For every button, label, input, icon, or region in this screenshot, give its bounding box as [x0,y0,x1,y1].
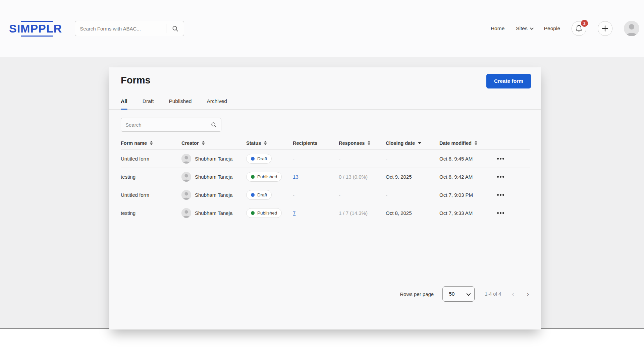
creator-cell: Shubham Taneja [181,208,246,218]
creator-cell: Shubham Taneja [181,190,246,200]
status-label: Published [257,210,277,216]
chevron-down-icon [467,291,471,296]
top-navigation: Home Sites People 2 [491,21,639,36]
sort-arrows-icon [264,141,267,145]
recipients-cell[interactable]: 7 [293,210,339,216]
status-cell: Published [246,208,293,218]
pagination: Rows per page 50 1-4 of 4 ‹ › [400,286,531,302]
nav-sites[interactable]: Sites [516,25,532,32]
status-badge: Draft [246,154,272,164]
rows-per-page-select[interactable]: 50 [442,286,475,302]
tab-archived[interactable]: Archived [207,98,227,109]
col-status[interactable]: Status [246,140,293,146]
chevron-down-icon [530,26,533,30]
status-label: Draft [257,156,267,161]
status-tabs: All Draft Published Archived [109,98,541,110]
create-plus-icon [601,24,609,33]
table-body: Untitled form Shubham Taneja Draft - - -… [121,150,530,222]
simpplr-logo[interactable]: SIMPPLR [9,23,62,34]
col-date-modified[interactable]: Date modified [439,140,496,146]
notifications-button[interactable]: 2 [572,21,586,36]
ellipsis-menu-icon [497,194,499,196]
status-label: Published [257,174,277,179]
creator-avatar [181,154,191,164]
create-new-button[interactable] [598,21,612,36]
recipients-cell: - [293,192,339,198]
row-menu-button[interactable] [496,156,505,162]
row-menu-button[interactable] [496,192,505,198]
status-cell: Draft [246,154,293,164]
notification-bell-icon [575,24,583,33]
creator-avatar [181,208,191,218]
global-search[interactable] [75,21,184,36]
logo-bottom-bar [21,36,53,37]
recipients-cell[interactable]: 13 [293,174,339,180]
content-background: Forms Create form All Draft Published Ar… [0,57,644,329]
date-modified-cell: Oct 8, 9:45 AM [439,156,496,162]
row-menu-button[interactable] [496,174,505,180]
ellipsis-menu-icon [497,176,499,178]
table-row: Untitled form Shubham Taneja Draft - - -… [121,150,530,168]
forms-card: Forms Create form All Draft Published Ar… [109,67,541,329]
notification-count-badge: 2 [581,20,588,27]
table-search-button[interactable] [206,118,221,131]
page-title: Forms [121,75,151,86]
closing-date-cell: Oct 9, 2025 [386,174,439,180]
creator-avatar [181,190,191,200]
ellipsis-menu-icon [497,212,499,214]
person-icon [181,172,191,182]
status-dot [251,175,255,179]
date-modified-cell: Oct 7, 9:33 AM [439,210,496,216]
closing-date-cell: - [386,192,439,198]
user-avatar[interactable] [624,21,639,36]
tab-published[interactable]: Published [169,98,192,109]
col-closing-date[interactable]: Closing date [386,140,439,146]
page-range-label: 1-4 of 4 [485,291,501,297]
form-name-cell[interactable]: testing [121,174,181,180]
col-responses[interactable]: Responses [339,140,386,146]
nav-home-label: Home [491,25,504,32]
table-search-input[interactable] [121,122,206,128]
creator-name: Shubham Taneja [195,156,232,162]
col-creator[interactable]: Creator [181,140,246,146]
sort-arrows-icon [475,141,477,145]
closing-date-cell: Oct 8, 2025 [386,210,439,216]
table-search[interactable] [121,118,221,132]
person-icon [624,21,639,36]
recipients-cell: - [293,156,339,162]
tab-draft[interactable]: Draft [143,98,154,109]
sort-desc-icon [418,142,421,144]
actions-cell [496,174,530,180]
nav-people[interactable]: People [544,25,560,32]
table-row: testing Shubham Taneja Published 13 0 / … [121,168,530,186]
person-icon [181,208,191,218]
tab-all[interactable]: All [121,98,127,109]
status-dot [251,193,255,197]
actions-cell [496,156,530,162]
status-badge: Published [246,208,282,218]
form-name-cell[interactable]: Untitled form [121,192,181,198]
nav-home[interactable]: Home [491,25,504,32]
next-page-button[interactable]: › [525,290,531,298]
global-search-button[interactable] [166,21,184,36]
forms-table: Form name Creator Status Recipients Resp… [121,136,530,222]
actions-cell [496,192,530,198]
person-icon [181,190,191,200]
nav-people-label: People [544,25,560,32]
global-search-input[interactable] [75,26,166,32]
form-name-cell[interactable]: testing [121,210,181,216]
table-row: testing Shubham Taneja Published 7 1 / 7… [121,204,530,222]
rows-per-page-label: Rows per page [400,291,434,297]
rows-per-page-value: 50 [449,291,454,297]
magnifier-icon [211,122,217,128]
form-name-cell[interactable]: Untitled form [121,156,181,162]
prev-page-button[interactable]: ‹ [510,290,516,298]
row-menu-button[interactable] [496,210,505,216]
create-form-button[interactable]: Create form [486,74,531,88]
table-header-row: Form name Creator Status Recipients Resp… [121,136,530,150]
col-form-name[interactable]: Form name [121,140,181,146]
creator-name: Shubham Taneja [195,192,232,198]
date-modified-cell: Oct 8, 9:42 AM [439,174,496,180]
logo-top-bar [21,21,53,22]
status-cell: Published [246,172,293,182]
